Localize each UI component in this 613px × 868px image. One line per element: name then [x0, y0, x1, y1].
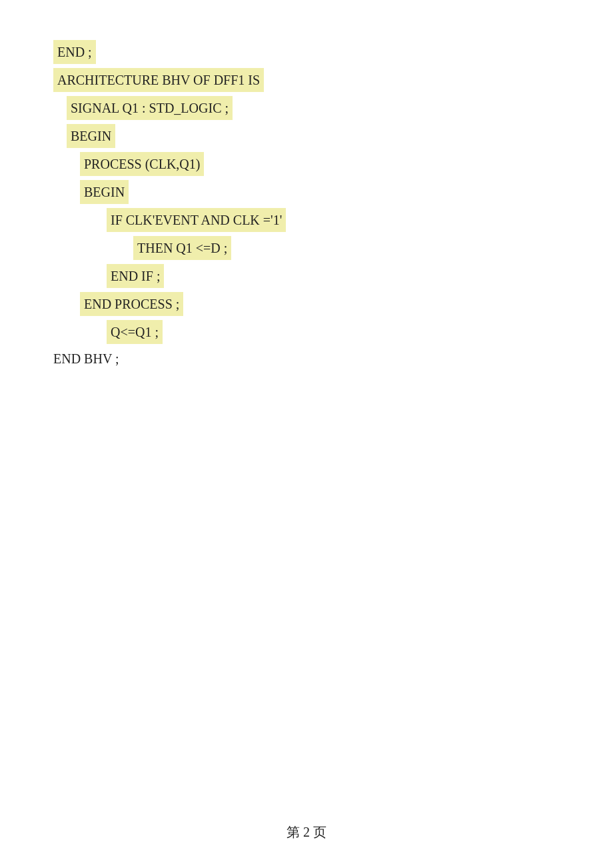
line-endbhv: END BHV ;	[53, 348, 560, 369]
line-process: PROCESS (CLK,Q1)	[80, 152, 560, 176]
line-begin1: BEGIN	[67, 124, 560, 148]
line-if: IF CLK'EVENT AND CLK ='1'	[107, 208, 560, 232]
line-then: THEN Q1 <=D ;	[133, 236, 560, 260]
line-begin2-text: BEGIN	[80, 180, 129, 204]
line-endif-text: END IF ;	[107, 264, 164, 288]
page-number: 第 2 页	[287, 825, 326, 839]
line-endprocess: END PROCESS ;	[80, 292, 560, 316]
line-endprocess-text: END PROCESS ;	[80, 292, 183, 316]
line-signal-text: SIGNAL Q1 : STD_LOGIC ;	[67, 96, 233, 120]
line-q-text: Q<=Q1 ;	[107, 320, 163, 344]
line-end: END ;	[53, 40, 560, 64]
line-begin1-text: BEGIN	[67, 124, 115, 148]
line-q: Q<=Q1 ;	[107, 320, 560, 344]
line-then-text: THEN Q1 <=D ;	[133, 236, 231, 260]
line-architecture-text: ARCHITECTURE BHV OF DFF1 IS	[53, 68, 264, 92]
line-signal: SIGNAL Q1 : STD_LOGIC ;	[67, 96, 560, 120]
line-endif: END IF ;	[107, 264, 560, 288]
line-end-text: END ;	[53, 40, 96, 64]
line-architecture: ARCHITECTURE BHV OF DFF1 IS	[53, 68, 560, 92]
line-process-text: PROCESS (CLK,Q1)	[80, 152, 204, 176]
code-area: END ;ARCHITECTURE BHV OF DFF1 ISSIGNAL Q…	[0, 0, 613, 427]
page-footer: 第 2 页	[0, 823, 613, 841]
line-begin2: BEGIN	[80, 180, 560, 204]
line-if-text: IF CLK'EVENT AND CLK ='1'	[107, 208, 286, 232]
